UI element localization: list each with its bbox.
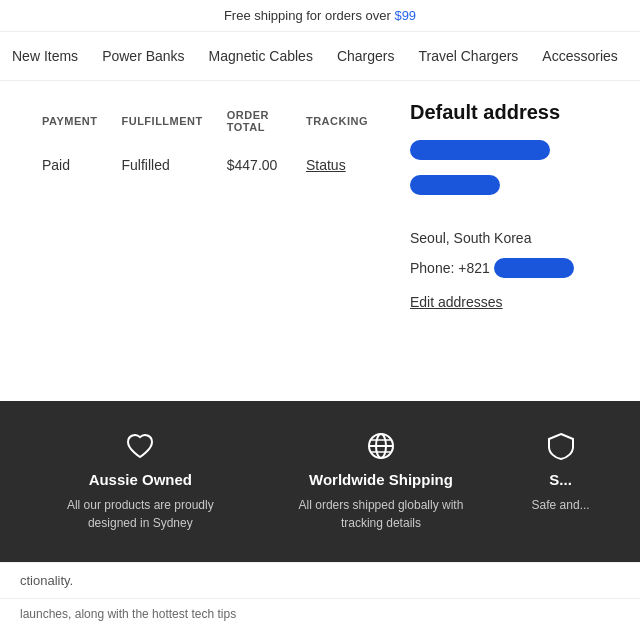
phone-prefix: Phone: +821	[410, 260, 490, 276]
tracking-status-link[interactable]: Status	[306, 157, 346, 173]
redacted-phone	[494, 258, 574, 278]
order-row: Paid Fulfilled $447.00 Status	[30, 141, 380, 189]
footer-aussie-title: Aussie Owned	[50, 471, 230, 488]
nav-item-lifestyle[interactable]: Lifestyle	[630, 42, 640, 70]
bottom-sub: launches, along with the hottest tech ti…	[0, 598, 640, 629]
address-phone: Phone: +821	[410, 258, 620, 278]
order-section: PAYMENT FULFILLMENT ORDER TOTAL TRACKING…	[30, 101, 400, 381]
col-order-total: ORDER TOTAL	[215, 101, 294, 141]
col-tracking: TRACKING	[294, 101, 380, 141]
main-content: PAYMENT FULFILLMENT ORDER TOTAL TRACKING…	[0, 81, 640, 401]
nav-item-travel-chargers[interactable]: Travel Chargers	[406, 42, 530, 70]
footer-item-shipping: Worldwide Shipping All orders shipped gl…	[291, 431, 471, 532]
redacted-name-2	[410, 175, 500, 195]
bottom-sub-content: launches, along with the hottest tech ti…	[20, 607, 236, 621]
nav-item-new-items[interactable]: New Items	[0, 42, 90, 70]
shield-icon	[546, 431, 576, 461]
redacted-name-row1	[410, 140, 620, 169]
redacted-name-1	[410, 140, 550, 160]
footer-item-safe: S... Safe and...	[532, 431, 590, 514]
footer-shipping-desc: All orders shipped globally with trackin…	[291, 496, 471, 532]
bottom-text: ctionality.	[0, 562, 640, 598]
shipping-banner: Free shipping for orders over $99	[0, 0, 640, 32]
main-nav: New Items Power Banks Magnetic Cables Ch…	[0, 32, 640, 81]
edit-addresses-link[interactable]: Edit addresses	[410, 294, 620, 310]
footer-safe-title: S...	[532, 471, 590, 488]
footer-dark: Aussie Owned All our products are proudl…	[0, 401, 640, 562]
nav-item-magnetic-cables[interactable]: Magnetic Cables	[197, 42, 325, 70]
col-fulfillment: FULFILLMENT	[109, 101, 214, 141]
heart-icon	[125, 431, 155, 461]
address-title: Default address	[410, 101, 620, 124]
footer-shipping-title: Worldwide Shipping	[291, 471, 471, 488]
nav-item-power-banks[interactable]: Power Banks	[90, 42, 196, 70]
banner-text: Free shipping for orders over	[224, 8, 395, 23]
nav-item-chargers[interactable]: Chargers	[325, 42, 407, 70]
nav-item-accessories[interactable]: Accessories	[530, 42, 629, 70]
footer-safe-desc: Safe and...	[532, 496, 590, 514]
footer-aussie-desc: All our products are proudly designed in…	[50, 496, 230, 532]
redacted-name-row2	[410, 175, 620, 214]
fulfillment-value: Fulfilled	[109, 141, 214, 189]
order-table: PAYMENT FULFILLMENT ORDER TOTAL TRACKING…	[30, 101, 380, 189]
order-total-value: $447.00	[215, 141, 294, 189]
globe-icon	[366, 431, 396, 461]
footer-item-aussie: Aussie Owned All our products are proudl…	[50, 431, 230, 532]
bottom-text-content: ctionality.	[20, 573, 73, 588]
banner-link[interactable]: $99	[394, 8, 416, 23]
address-section: Default address Seoul, South Korea Phone…	[400, 101, 620, 381]
address-location: Seoul, South Korea	[410, 230, 620, 246]
col-payment: PAYMENT	[30, 101, 109, 141]
payment-value: Paid	[30, 141, 109, 189]
